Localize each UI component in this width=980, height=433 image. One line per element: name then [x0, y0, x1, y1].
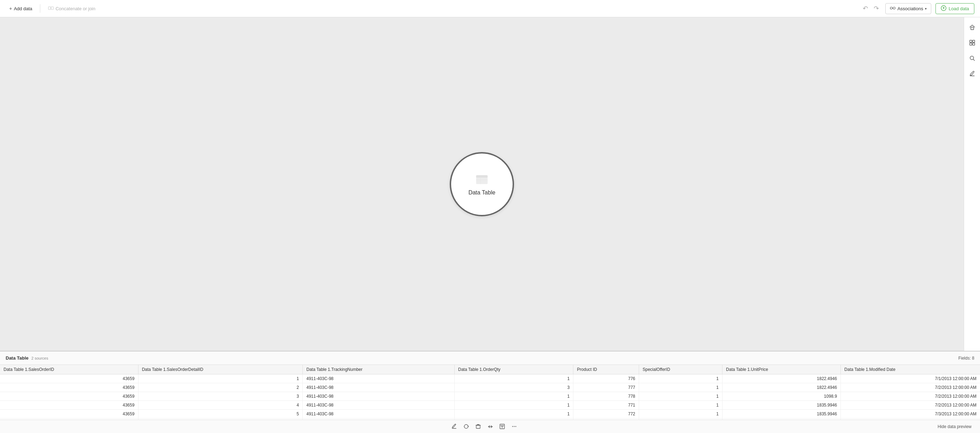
- svg-rect-13: [972, 43, 975, 45]
- filter-button[interactable]: [497, 421, 508, 432]
- col-header-modifieddate: Data Table 1.Modified Date: [841, 365, 980, 374]
- table-cell: 2: [138, 383, 303, 392]
- svg-point-19: [515, 426, 516, 427]
- search-icon-button[interactable]: [966, 52, 978, 65]
- refresh-icon: [463, 424, 469, 429]
- undo-redo-group: ↶ ↷: [861, 3, 881, 14]
- table-cell: 4911-403C-98: [303, 392, 455, 401]
- table-cell: 3: [454, 383, 573, 392]
- col-header-productid: Product ID: [573, 365, 639, 374]
- svg-point-2: [890, 7, 892, 9]
- table-row: 4365924911-403C-98377711822.49467/2/2013…: [0, 383, 980, 392]
- canvas-area: Data Table: [0, 17, 964, 351]
- table-cell: 1: [639, 392, 722, 401]
- table-cell: 778: [573, 392, 639, 401]
- pencil-icon-button[interactable]: [966, 67, 978, 80]
- hide-preview-button[interactable]: Hide data preview: [935, 423, 974, 431]
- concat-join-label: Concatenate or join: [56, 6, 95, 11]
- edit-icon: [452, 424, 457, 429]
- right-sidebar: [964, 17, 980, 351]
- table-cell: 7/2/2013 12:00:00 AM: [841, 392, 980, 401]
- svg-point-18: [514, 426, 515, 427]
- associations-icon: [890, 5, 896, 12]
- table-row: 4365934911-403C-98177811098.97/2/2013 12…: [0, 392, 980, 401]
- search-icon: [969, 55, 975, 62]
- sources-badge: 2 sources: [32, 356, 48, 360]
- table-cell: 43659: [0, 401, 138, 410]
- svg-rect-6: [476, 175, 487, 178]
- filter-icon: [500, 424, 505, 429]
- data-table-wrapper[interactable]: Data Table 1.SalesOrderID Data Table 1.S…: [0, 365, 980, 420]
- table-cell: 776: [573, 374, 639, 383]
- table-cell: 4911-403C-98: [303, 374, 455, 383]
- split-button[interactable]: [485, 421, 496, 432]
- chevron-down-icon: ▾: [925, 7, 927, 11]
- table-body: 4365914911-403C-98177611822.49467/1/2013…: [0, 374, 980, 420]
- add-data-button[interactable]: + Add data: [6, 4, 36, 13]
- bottom-toolbar-icons: [34, 421, 935, 432]
- svg-point-14: [970, 56, 974, 60]
- concat-join-button[interactable]: Concatenate or join: [45, 3, 99, 14]
- table-cell: 1822.4946: [722, 383, 841, 392]
- redo-button[interactable]: ↷: [872, 3, 881, 14]
- col-header-unitprice: Data Table 1.UnitPrice: [722, 365, 841, 374]
- svg-rect-15: [476, 425, 480, 428]
- table-cell: 1: [639, 410, 722, 419]
- bottom-panel-title: Data Table 2 sources: [6, 355, 48, 361]
- table-cell: 771: [573, 401, 639, 410]
- svg-point-3: [893, 7, 895, 9]
- undo-button[interactable]: ↶: [861, 3, 870, 14]
- delete-button[interactable]: [473, 421, 484, 432]
- col-header-salesorderdetailid: Data Table 1.SalesOrderDetailID: [138, 365, 303, 374]
- edit-table-button[interactable]: [449, 421, 460, 432]
- associations-button[interactable]: Associations ▾: [885, 3, 931, 14]
- toolbar-left: + Add data Concatenate or join: [6, 3, 861, 14]
- concat-icon: [48, 5, 54, 12]
- svg-rect-12: [970, 43, 972, 45]
- refresh-button[interactable]: [461, 421, 472, 432]
- load-data-button[interactable]: Load data: [935, 3, 974, 14]
- table-cell: 7/3/2013 12:00:00 AM: [841, 410, 980, 419]
- table-row: 4365914911-403C-98177611822.49467/1/2013…: [0, 374, 980, 383]
- table-cell: 1835.9946: [722, 401, 841, 410]
- table-cell: 1: [454, 374, 573, 383]
- table-cell: 1: [639, 383, 722, 392]
- table-cell: 777: [573, 383, 639, 392]
- table-cell: 1: [454, 401, 573, 410]
- table-cell: 43659: [0, 383, 138, 392]
- table-cell: 4911-403C-98: [303, 383, 455, 392]
- table-cell: 1: [138, 374, 303, 383]
- data-table-node[interactable]: Data Table: [450, 152, 514, 216]
- bottom-panel: Data Table 2 sources Fields: 8 Data Tabl…: [0, 351, 980, 433]
- col-header-specialofferid: SpecialOfferID: [639, 365, 722, 374]
- table-cell: 7/2/2013 12:00:00 AM: [841, 383, 980, 392]
- plus-icon: +: [9, 6, 12, 11]
- table-cell: 4911-403C-98: [303, 401, 455, 410]
- home-icon: [969, 24, 975, 30]
- split-icon: [487, 424, 493, 430]
- grid-icon-button[interactable]: [966, 36, 978, 49]
- table-cell: 1: [454, 392, 573, 401]
- svg-point-17: [512, 426, 513, 427]
- load-data-icon: [941, 5, 947, 12]
- svg-rect-0: [48, 7, 51, 10]
- table-cell: 1098.9: [722, 392, 841, 401]
- hide-preview-label: Hide data preview: [938, 424, 972, 429]
- svg-rect-9: [971, 27, 974, 30]
- col-header-salesorderid: Data Table 1.SalesOrderID: [0, 365, 138, 374]
- associations-label: Associations: [897, 6, 923, 11]
- table-cell: 1: [639, 401, 722, 410]
- more-button[interactable]: [509, 421, 520, 432]
- table-cell: 772: [573, 410, 639, 419]
- table-cell: 1835.9946: [722, 410, 841, 419]
- table-cell: 3: [138, 392, 303, 401]
- table-cell: 7/1/2013 12:00:00 AM: [841, 374, 980, 383]
- table-row: 4365954911-403C-98177211835.99467/3/2013…: [0, 410, 980, 419]
- toolbar: + Add data Concatenate or join ↶ ↷: [0, 0, 980, 17]
- node-label: Data Table: [468, 189, 495, 196]
- table-row: 4365944911-403C-98177111835.99467/2/2013…: [0, 401, 980, 410]
- grid-icon: [969, 40, 975, 46]
- table-cell: 43659: [0, 374, 138, 383]
- svg-rect-11: [972, 40, 975, 42]
- home-icon-button[interactable]: [966, 21, 978, 33]
